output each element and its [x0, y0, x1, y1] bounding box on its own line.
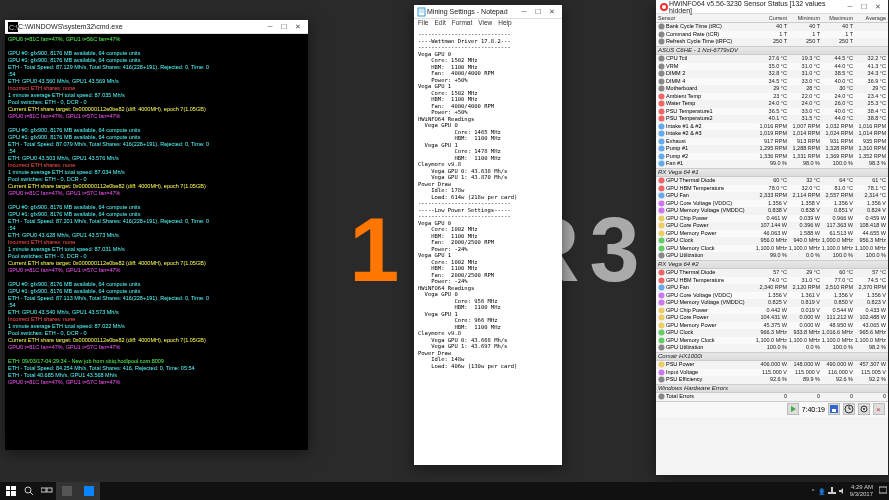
sensor-row[interactable]: GPU Memory Power45.375 W0.000 W48.950 W4…	[656, 322, 888, 330]
sensor-row[interactable]: VRM35.0 °C31.0 °C44.0 °C41.3 °C	[656, 63, 888, 71]
svg-rect-60	[6, 486, 10, 490]
sensor-row[interactable]: Water Temp24.0 °C24.0 °C26.0 °C25.3 °C	[656, 100, 888, 108]
maximize-button[interactable]: ☐	[531, 6, 545, 18]
sensor-row[interactable]: Bank Cycle Time (tRC)40 T40 T40 T	[656, 23, 888, 31]
sensor-row[interactable]: GPU Utilization99.0 %0.0 %100.0 %100.0 %	[656, 252, 888, 260]
save-icon[interactable]	[828, 403, 840, 415]
sensor-row[interactable]: GPU Memory Clock1,100.0 MHz1,100.0 MHz1,…	[656, 337, 888, 345]
cmd-titlebar[interactable]: C:\ C:\WINDOWS\system32\cmd.exe ─ ☐ ✕	[5, 20, 308, 34]
tray-chevron-icon[interactable]: ^	[812, 488, 815, 494]
sensor-group[interactable]: Windows Hardware Errors	[656, 384, 888, 394]
settings-icon[interactable]	[858, 403, 870, 415]
sensor-row[interactable]: GPU Core Voltage (VDDC)1.356 V1.361 V1.3…	[656, 292, 888, 300]
sensor-row[interactable]: GPU Thermal Diode60 °C32 °C64 °C61 °C	[656, 177, 888, 185]
sensor-row[interactable]: Motherboard29 °C28 °C30 °C29 °C	[656, 85, 888, 93]
sensor-row[interactable]: Pump #21,336 RPM1,331 RPM1,369 RPM1,352 …	[656, 153, 888, 161]
task-view-icon[interactable]	[38, 482, 56, 500]
sensor-row[interactable]: GPU Utilization100.0 %0.0 %100.0 %98.2 %	[656, 344, 888, 352]
sensor-row[interactable]: PSU Temperature136.5 °C33.0 °C40.0 °C38.…	[656, 108, 888, 116]
sensor-max: 117.363 W	[820, 222, 853, 230]
sensor-row[interactable]: GPU HBM Temperature78.0 °C32.0 °C81.0 °C…	[656, 185, 888, 193]
search-icon[interactable]	[20, 482, 38, 500]
network-icon[interactable]	[828, 487, 836, 495]
sensor-current: 74.0 °C	[754, 277, 787, 285]
minimize-button[interactable]: ─	[843, 1, 857, 13]
close-button[interactable]: ✕	[545, 6, 559, 18]
clock[interactable]: 4:29 AM9/3/2017	[850, 484, 876, 498]
sensor-row[interactable]: PSU Temperature240.1 °C31.5 °C44.0 °C38.…	[656, 115, 888, 123]
sensor-type-icon	[658, 138, 666, 145]
sensor-row[interactable]: PSU Power406.000 W148.000 W490.000 W457.…	[656, 361, 888, 369]
sensor-row[interactable]: GPU HBM Temperature74.0 °C31.0 °C77.0 °C…	[656, 277, 888, 285]
taskbar-app[interactable]	[78, 482, 100, 500]
sensor-group[interactable]: RX Vega 64 #1	[656, 168, 888, 178]
sensor-row[interactable]: GPU Core Power107.144 W0.396 W117.363 W1…	[656, 222, 888, 230]
sensor-row[interactable]: Pump #11,295 RPM1,288 RPM1,328 RPM1,310 …	[656, 145, 888, 153]
sensor-row[interactable]: GPU Fan2,333 RPM2,114 RPM2,557 RPM2,314 …	[656, 192, 888, 200]
hwinfo-body[interactable]: Bank Cycle Time (tRC)40 T40 T40 TCommand…	[656, 23, 888, 401]
sensor-row[interactable]: Refresh Cycle Time (tRFC)250 T250 T250 T	[656, 38, 888, 46]
sensor-group[interactable]: RX Vega 64 #2	[656, 260, 888, 270]
start-button[interactable]	[2, 482, 20, 500]
system-tray[interactable]: ^ 👤 4:29 AM9/3/2017	[812, 484, 887, 498]
close-button[interactable]: ✕	[291, 21, 305, 33]
sensor-row[interactable]: GPU Memory Clock1,100.0 MHz1,100.0 MHz1,…	[656, 245, 888, 253]
sensor-row[interactable]: Exhaust917 RPM913 RPM931 RPM935 RPM	[656, 138, 888, 146]
col-average[interactable]: Average	[853, 15, 886, 21]
sensor-row[interactable]: GPU Clock956.0 MHz940.0 MHz1,000.0 MHz95…	[656, 237, 888, 245]
sensor-row[interactable]: GPU Memory Voltage (VMDDC)0.838 V0.838 V…	[656, 207, 888, 215]
menu-item[interactable]: File	[418, 19, 428, 29]
sensor-row[interactable]: PSU Efficiency92.6 %89.9 %92.6 %92.2 %	[656, 376, 888, 384]
notepad-icon	[417, 7, 427, 17]
sensor-name: CPU Tctl	[666, 55, 754, 63]
play-icon[interactable]	[787, 403, 799, 415]
people-icon[interactable]: 👤	[818, 488, 825, 495]
notepad-body[interactable]: ---------------------------- ----Wattman…	[414, 29, 562, 371]
sensor-row[interactable]: GPU Core Voltage (VDDC)1.356 V1.358 V1.3…	[656, 200, 888, 208]
sensor-row[interactable]: Intake #1 & #21,016 RPM1,007 RPM1,032 RP…	[656, 123, 888, 131]
sensor-group[interactable]: Corsair HX1000i	[656, 352, 888, 362]
sensor-row[interactable]: Total Errors0000	[656, 393, 888, 401]
col-maximum[interactable]: Maximum	[820, 15, 853, 21]
close-button[interactable]: ✕	[871, 1, 885, 13]
col-current[interactable]: Current	[754, 15, 787, 21]
taskbar-app[interactable]	[56, 482, 78, 500]
refresh-icon[interactable]: ×	[873, 403, 885, 415]
col-minimum[interactable]: Minimum	[787, 15, 820, 21]
menu-item[interactable]: Format	[452, 19, 473, 29]
sensor-row[interactable]: Intake #2 & #31,019 RPM1,014 RPM1,024 RP…	[656, 130, 888, 138]
sensor-row[interactable]: Fan #199.0 %98.0 %100.0 %98.3 %	[656, 160, 888, 168]
hwinfo-titlebar[interactable]: HWiNFO64 v5.56-3230 Sensor Status [132 v…	[656, 0, 888, 14]
cmd-body[interactable]: GPU0 t=81C fan=47%, GPU1 t=56C fan=47% G…	[5, 34, 308, 388]
notifications-icon[interactable]	[879, 486, 887, 496]
sensor-row[interactable]: Input Voltage115.000 V115.000 V116.000 V…	[656, 369, 888, 377]
sensor-row[interactable]: CPU Tctl27.6 °C19.3 °C44.5 °C32.2 °C	[656, 55, 888, 63]
maximize-button[interactable]: ☐	[277, 21, 291, 33]
sensor-row[interactable]: GPU Chip Power0.461 W0.039 W0.966 W0.459…	[656, 215, 888, 223]
sensor-row[interactable]: DIMM 232.8 °C31.0 °C38.5 °C34.3 °C	[656, 70, 888, 78]
sensor-row[interactable]: DIMM 434.5 °C33.0 °C40.0 °C36.9 °C	[656, 78, 888, 86]
sensor-row[interactable]: GPU Memory Voltage (VMDDC)0.825 V0.819 V…	[656, 299, 888, 307]
notepad-titlebar[interactable]: Mining Settings - Notepad ─ ☐ ✕	[414, 5, 562, 19]
sensor-group[interactable]: ASUS C6HE - 1 Nct-6779xDV	[656, 46, 888, 56]
menu-item[interactable]: Edit	[434, 19, 445, 29]
clock-icon[interactable]	[843, 403, 855, 415]
sensor-row[interactable]: GPU Clock966.3 MHz933.8 MHz1,016.6 MHz96…	[656, 329, 888, 337]
menu-item[interactable]: View	[478, 19, 492, 29]
cmd-line: Current ETH share target: 0x000000112e0b…	[8, 106, 305, 113]
menu-item[interactable]: Help	[498, 19, 511, 29]
volume-icon[interactable]	[839, 487, 847, 495]
maximize-button[interactable]: ☐	[857, 1, 871, 13]
sensor-row[interactable]: Ambient Temp23 °C22.0 °C24.0 °C23.4 °C	[656, 93, 888, 101]
minimize-button[interactable]: ─	[517, 6, 531, 18]
sensor-type-icon	[658, 130, 666, 137]
sensor-row[interactable]: GPU Memory Power46.063 W1.588 W61.513 W4…	[656, 230, 888, 238]
col-sensor[interactable]: Sensor	[658, 15, 754, 21]
sensor-avg: 0.824 V	[853, 207, 886, 215]
sensor-row[interactable]: Command Rate (tCR)1 T1 T1 T	[656, 31, 888, 39]
sensor-row[interactable]: GPU Fan2,340 RPM2,120 RPM2,510 RPM2,370 …	[656, 284, 888, 292]
sensor-row[interactable]: GPU Chip Power0.442 W0.019 V0.544 W0.433…	[656, 307, 888, 315]
sensor-row[interactable]: GPU Core Power104.431 W0.000 W111.212 W1…	[656, 314, 888, 322]
sensor-row[interactable]: GPU Thermal Diode57 °C29 °C60 °C57 °C	[656, 269, 888, 277]
minimize-button[interactable]: ─	[263, 21, 277, 33]
